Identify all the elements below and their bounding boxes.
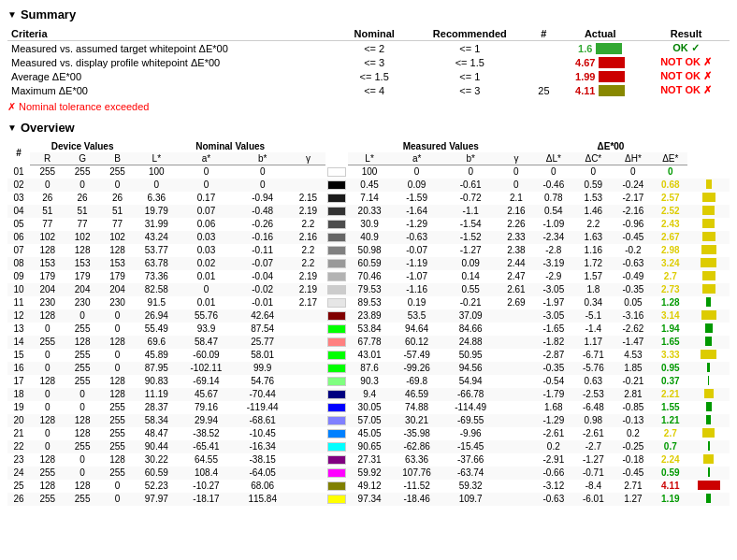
row-L: 73.36: [135, 270, 178, 283]
row-mb: -1.52: [442, 231, 499, 244]
row-mL: 9.4: [348, 388, 391, 401]
row-mb: 94.56: [442, 362, 499, 375]
row-y: [291, 179, 325, 192]
overview-row: 04 51 51 51 19.79 0.07 -0.48 2.19 20.33 …: [7, 205, 730, 218]
row-dH: -0.2: [614, 244, 654, 257]
row-de-bar: [687, 218, 730, 231]
row-y: 2.2: [291, 218, 325, 231]
row-B: 51: [100, 205, 135, 218]
row-R: 77: [30, 218, 65, 231]
row-dL: -1.79: [534, 388, 574, 401]
row-R: 128: [30, 480, 65, 493]
row-L: 48.47: [135, 427, 178, 440]
row-swatch: [325, 401, 348, 414]
row-b: -10.45: [235, 427, 291, 440]
row-mL: 59.92: [348, 467, 391, 480]
row-num: 15: [7, 349, 30, 362]
row-B: 179: [100, 270, 135, 283]
row-a: -38.52: [178, 427, 234, 440]
row-ma: -69.8: [391, 375, 442, 388]
result-cell: OK ✓: [643, 41, 730, 56]
row-dE: 2.98: [653, 244, 687, 257]
row-swatch: [325, 467, 348, 480]
row-num: 20: [7, 414, 30, 427]
row-swatch: [325, 336, 348, 349]
recommended-cell: <= 1: [410, 69, 529, 83]
row-y: [291, 467, 325, 480]
row-a: 108.4: [178, 467, 234, 480]
row-b: -68.61: [235, 414, 291, 427]
nominal-cell: <= 1.5: [339, 69, 410, 83]
row-dH: -0.13: [614, 414, 654, 427]
row-B: 255: [100, 440, 135, 453]
row-my: [499, 467, 533, 480]
row-swatch: [325, 283, 348, 296]
row-swatch: [325, 296, 348, 309]
row-a: -102.11: [178, 362, 234, 375]
row-y: 2.2: [291, 257, 325, 270]
row-swatch: [325, 309, 348, 323]
row-de-bar: [687, 231, 730, 244]
row-b: 115.84: [235, 493, 291, 506]
criteria-cell: Measured vs. display profile whitepoint …: [7, 55, 339, 69]
row-mL: 67.78: [348, 336, 391, 349]
actual-cell: 1.99: [557, 69, 643, 83]
row-dH: -0.24: [614, 179, 654, 192]
row-mb: 109.7: [442, 493, 499, 506]
row-num: 21: [7, 427, 30, 440]
row-R: 179: [30, 270, 65, 283]
row-ma: -11.52: [391, 480, 442, 493]
row-mL: 40.9: [348, 231, 391, 244]
row-G: 128: [65, 414, 99, 427]
row-a: -69.14: [178, 375, 234, 388]
row-L: 0: [135, 179, 178, 192]
row-b: 0: [235, 165, 291, 179]
row-mb: 50.95: [442, 349, 499, 362]
sub-G: G: [65, 152, 99, 165]
summary-row: Measured vs. assumed target whitepoint Δ…: [7, 41, 730, 56]
row-y: [291, 309, 325, 323]
row-dH: -1.47: [614, 336, 654, 349]
row-G: 102: [65, 231, 99, 244]
row-mL: 79.53: [348, 283, 391, 296]
overview-row: 25 128 128 0 52.23 -10.27 68.06 49.12 -1…: [7, 480, 730, 493]
row-dC: -2.61: [573, 427, 614, 440]
row-y: [291, 440, 325, 453]
row-B: 26: [100, 192, 135, 205]
row-num: 22: [7, 440, 30, 453]
row-dE: 0.59: [653, 467, 687, 480]
row-L: 53.77: [135, 244, 178, 257]
row-de-bar: [687, 467, 730, 480]
overview-row: 12 128 0 0 26.94 55.76 42.64 23.89 53.5 …: [7, 309, 730, 323]
overview-row: 06 102 102 102 43.24 0.03 -0.16 2.16 40.…: [7, 231, 730, 244]
row-L: 97.97: [135, 493, 178, 506]
summary-section: ▼ Summary Criteria Nominal Recommended #…: [7, 7, 730, 113]
overview-table: # Device Values Nominal Values Measured …: [7, 140, 730, 506]
row-dE: 3.14: [653, 309, 687, 323]
row-mb: 59.32: [442, 480, 499, 493]
count-cell: [529, 41, 557, 56]
row-num: 23: [7, 453, 30, 467]
row-dL: -2.34: [534, 231, 574, 244]
row-mb: 37.09: [442, 309, 499, 323]
row-G: 0: [65, 453, 99, 467]
row-dE: 2.24: [653, 453, 687, 467]
row-mL: 49.12: [348, 480, 391, 493]
row-dH: -2.17: [614, 192, 654, 205]
row-dL: 1.68: [534, 401, 574, 414]
row-B: 128: [100, 336, 135, 349]
summary-title: Summary: [21, 7, 76, 22]
row-b: -0.04: [235, 270, 291, 283]
row-de-bar: [687, 270, 730, 283]
row-mL: 43.01: [348, 349, 391, 362]
row-dH: -2.62: [614, 323, 654, 336]
row-L: 31.99: [135, 218, 178, 231]
row-R: 0: [30, 323, 65, 336]
row-b: 99.9: [235, 362, 291, 375]
row-R: 230: [30, 296, 65, 309]
row-R: 255: [30, 493, 65, 506]
row-de-bar: [687, 309, 730, 323]
sub-dL: ΔL*: [534, 152, 574, 165]
row-mL: 57.05: [348, 414, 391, 427]
summary-table: Criteria Nominal Recommended # Actual Re…: [7, 27, 730, 97]
